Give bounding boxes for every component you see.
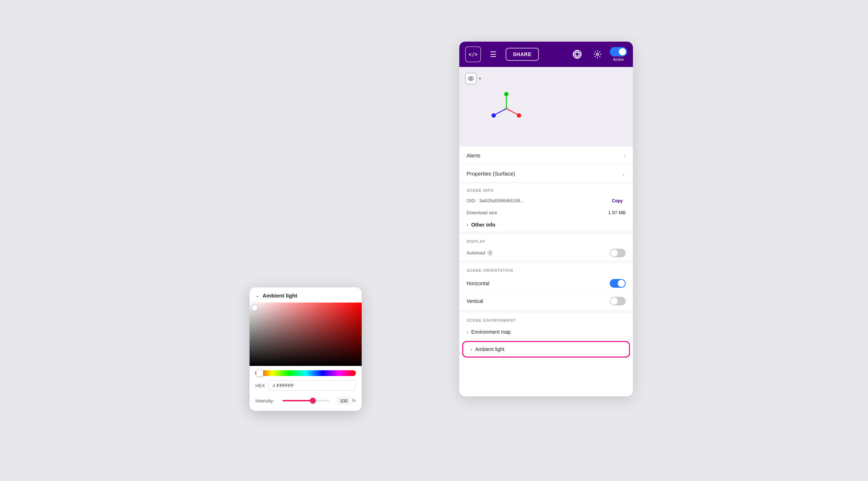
color-gradient[interactable] [250,303,362,366]
vertical-toggle[interactable] [610,297,626,305]
app-panel: </> ☰ SHARE [459,42,633,396]
alerts-row[interactable]: Alerts › [459,147,633,165]
oid-row: OID: 3af426a556f6466199... Copy [459,195,633,207]
ambient-light-label: Ambient light [475,346,505,352]
intensity-track[interactable] [282,400,329,401]
svg-line-18 [495,109,506,115]
svg-point-19 [492,113,496,118]
download-label: Download size [467,210,497,215]
color-picker-panel: ⌄ Ambient light HEX # FFFFFF Intensity: [250,287,362,411]
properties-panel: Alerts › Properties (Surface) ⌄ SCENE IN… [459,147,633,396]
intensity-row: Intensity: 100 % [250,395,362,411]
alerts-chevron: › [624,152,626,158]
viewport: ▾ [459,67,633,147]
viewport-chevron: ▾ [479,76,481,81]
hex-value: FFFFFF [277,383,294,388]
intensity-slider-wrap [282,400,329,401]
info-icon: i [487,250,493,256]
env-map-chevron: › [467,329,468,335]
intensity-input: 100 % [337,397,356,405]
svg-point-17 [517,113,521,118]
color-cursor[interactable] [252,305,258,311]
hex-input-wrap[interactable]: # FFFFFF [269,380,356,391]
share-button[interactable]: SHARE [506,48,539,61]
other-info-row[interactable]: › Other info [459,218,633,231]
help-icon [573,50,582,59]
menu-button[interactable]: ☰ [485,46,501,62]
display-heading: DISPLAY [459,234,633,246]
copy-button[interactable]: Copy [609,198,626,204]
scene-container: </> ☰ SHARE [235,42,633,440]
color-picker-title: Ambient light [263,292,297,299]
color-picker-chevron[interactable]: ⌄ [255,292,260,298]
svg-line-16 [506,109,518,115]
intensity-fill [282,400,313,401]
svg-point-1 [575,52,579,56]
autoload-row: Autoload i [459,246,633,260]
properties-label: Properties (Surface) [467,170,515,177]
scene-orientation-heading: SCENE ORIENTATION [459,263,633,275]
properties-chevron: ⌄ [621,170,626,176]
env-map-row[interactable]: › Environment map [459,325,633,339]
hex-hash: # [273,383,275,388]
active-toggle[interactable]: Active [610,47,627,62]
download-row: Download size 1.97 MB [459,207,633,218]
active-switch[interactable] [610,47,627,56]
ambient-light-row[interactable]: › Ambient light [462,341,630,358]
horizontal-row: Horizontal [459,275,633,292]
menu-icon: ☰ [490,50,497,59]
scene-info-heading: SCENE INFO [459,183,633,195]
code-button[interactable]: </> [465,46,481,62]
toolbar: </> ☰ SHARE [459,42,633,67]
axis-svg [488,89,524,125]
ambient-chevron: › [471,346,472,352]
hex-row: HEX # FFFFFF [250,376,362,395]
horizontal-toggle[interactable] [610,279,626,288]
other-info-chevron: › [467,222,468,228]
oid-value: 3af426a556f6466199... [479,198,606,203]
autoload-label: Autoload [467,250,485,256]
other-info-label: Other info [471,222,495,228]
eye-icon [468,76,474,81]
env-map-label: Environment map [471,329,511,335]
color-picker-header: ⌄ Ambient light [250,287,362,303]
scene-environment-heading: SCENE ENVIRONMENT [459,313,633,325]
properties-row[interactable]: Properties (Surface) ⌄ [459,165,633,183]
svg-point-12 [470,77,472,79]
vertical-row: Vertical [459,292,633,310]
svg-point-15 [504,92,509,96]
autoload-toggle[interactable] [610,249,626,257]
settings-icon [593,50,602,59]
intensity-label: Intensity: [255,398,279,404]
download-value: 1.97 MB [608,210,626,215]
rainbow-thumb[interactable] [256,370,263,377]
code-icon: </> [468,51,477,57]
axis-indicator [488,89,524,125]
alerts-label: Alerts [467,152,480,159]
rainbow-slider[interactable] [255,370,356,376]
settings-button[interactable] [590,46,605,62]
horizontal-label: Horizontal [467,280,489,286]
intensity-unit: % [352,398,356,403]
vertical-label: Vertical [467,298,483,304]
hex-label: HEX [255,383,265,388]
active-label: Active [613,57,624,62]
svg-point-10 [596,53,599,55]
help-button[interactable] [569,46,585,62]
viewport-controls[interactable]: ▾ [465,73,481,84]
svg-point-0 [573,50,581,58]
intensity-value[interactable]: 100 [337,397,351,405]
svg-point-11 [468,77,473,80]
intensity-thumb[interactable] [310,398,316,404]
oid-label: OID: [467,198,476,203]
eye-button[interactable] [465,73,477,84]
